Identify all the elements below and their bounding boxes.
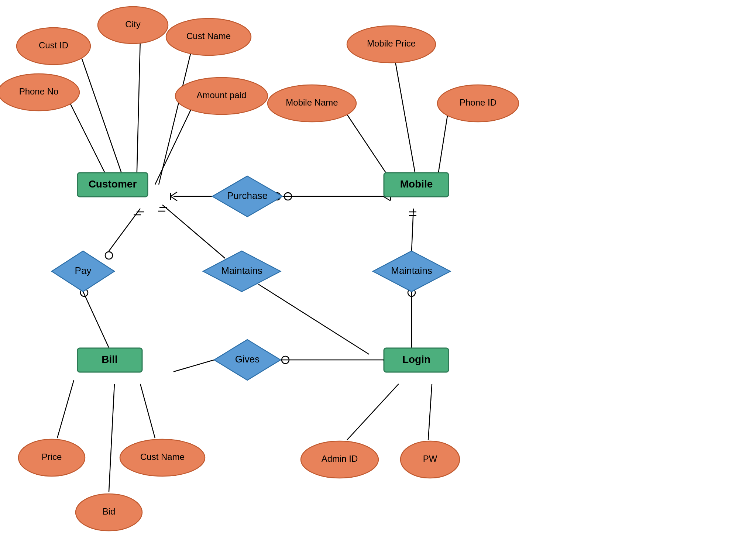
rel-maintains-right-label: Maintains <box>391 265 432 276</box>
attr-city-label: City <box>125 19 140 29</box>
entity-mobile-label: Mobile <box>400 178 433 190</box>
line-custid-customer <box>80 55 126 185</box>
line-mobile-maintains2 <box>412 209 413 251</box>
attr-phone-no-label: Phone No <box>19 86 59 96</box>
line-bill-bid <box>109 384 114 492</box>
attr-cust-name2-label: Cust Name <box>140 452 185 462</box>
rel-pay-label: Pay <box>75 265 92 276</box>
line-city-customer <box>137 39 140 185</box>
attr-mobile-name-label: Mobile Name <box>286 97 338 107</box>
rel-maintains-center-label: Maintains <box>221 265 262 276</box>
attr-phone-id-label: Phone ID <box>460 97 496 107</box>
line-login-pw <box>428 384 432 440</box>
attr-cust-id-label: Cust ID <box>39 40 68 50</box>
attr-cust-name1-label: Cust Name <box>186 31 231 41</box>
line-maintains1-login <box>258 284 369 354</box>
attr-admin-id-label: Admin ID <box>322 454 358 464</box>
attr-pw-label: PW <box>423 454 437 464</box>
line-bill-gives <box>173 360 214 372</box>
attr-mobile-price-label: Mobile Price <box>367 38 416 48</box>
line-custname1-customer <box>159 48 192 185</box>
attr-bid-label: Bid <box>103 506 116 516</box>
mark3 <box>171 196 177 201</box>
entity-customer-label: Customer <box>89 178 137 190</box>
entity-bill-label: Bill <box>102 354 118 365</box>
circle-pay-top <box>105 252 113 259</box>
line-customer-maintains1 <box>162 205 225 258</box>
line-login-adminid <box>347 384 399 440</box>
attr-price-label: Price <box>42 452 62 462</box>
line-mobileprice-mobile <box>395 60 417 185</box>
entity-login-label: Login <box>402 354 430 365</box>
line-amountpaid-customer <box>155 100 196 185</box>
line-phoneno-customer <box>68 100 111 185</box>
mark2 <box>171 192 177 196</box>
rel-gives-label: Gives <box>235 354 260 365</box>
er-diagram: Customer Mobile Bill Login Purchase Pay … <box>0 0 756 557</box>
line-bill-custname2 <box>140 384 155 438</box>
attr-amount-paid-label: Amount paid <box>197 90 247 100</box>
line-bill-price <box>57 380 74 438</box>
rel-purchase-label: Purchase <box>227 190 268 201</box>
